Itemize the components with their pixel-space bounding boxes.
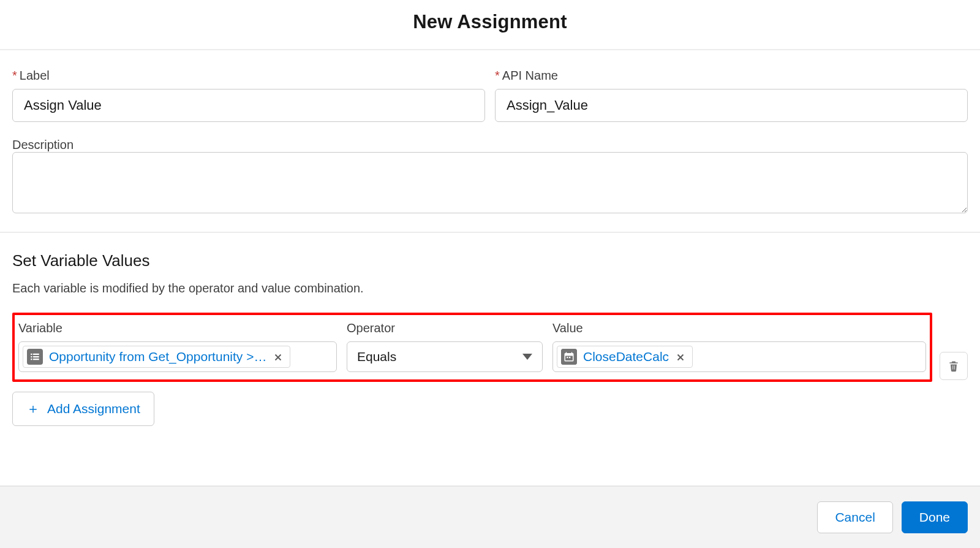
value-column-label: Value [552,321,926,335]
description-textarea[interactable] [12,152,968,213]
done-button[interactable]: Done [902,501,968,533]
api-name-field-label: *API Name [495,69,968,83]
operator-column-label: Operator [347,321,543,335]
variable-pill-remove-icon[interactable] [273,351,284,362]
svg-rect-1 [33,354,39,355]
assignment-grid: Variable Opportunity from Get_Opportunit… [18,321,926,372]
variable-column-label: Variable [18,321,337,335]
variable-picker[interactable]: Opportunity from Get_Opportunity >… [18,341,337,372]
variable-pill-text: Opportunity from Get_Opportunity >… [49,349,266,364]
operator-selected-value: Equals [357,349,396,364]
modal-footer: Cancel Done [0,485,980,548]
variable-column: Variable Opportunity from Get_Opportunit… [18,321,337,372]
chevron-down-icon [522,354,532,360]
api-name-text: API Name [502,69,558,82]
new-assignment-modal: New Assignment *Label *API Name Descript… [0,0,980,548]
list-icon [27,349,43,365]
api-name-field-container: *API Name [495,69,968,122]
modal-title: New Assignment [0,11,980,33]
label-text: Label [20,69,50,82]
label-input[interactable] [12,89,485,122]
value-column: Value CloseDateCalc [552,321,926,372]
variable-pill: Opportunity from Get_Opportunity >… [23,346,290,368]
modal-body: *Label *API Name Description Set Variabl… [0,50,980,485]
svg-rect-2 [31,356,32,357]
modal-header: New Assignment [0,0,980,50]
assignment-row-wrapper: Variable Opportunity from Get_Opportunit… [12,313,968,382]
api-name-input[interactable] [495,89,968,122]
name-row: *Label *API Name [12,69,968,122]
add-assignment-label: Add Assignment [47,401,140,416]
operator-select[interactable]: Equals [347,341,543,372]
section-divider [0,232,980,233]
trash-icon [948,360,960,372]
delete-assignment-button[interactable] [940,352,968,380]
svg-rect-4 [31,359,32,360]
svg-rect-0 [31,354,32,355]
operator-column: Operator Equals [347,321,543,372]
value-pill: CloseDateCalc [557,346,693,368]
value-pill-text: CloseDateCalc [583,349,669,364]
svg-rect-3 [33,356,39,357]
section-helper-text: Each variable is modified by the operato… [12,281,968,295]
cancel-button[interactable]: Cancel [817,501,892,533]
value-picker[interactable]: CloseDateCalc [552,341,926,372]
required-asterisk: * [12,69,17,82]
value-pill-remove-icon[interactable] [675,351,686,362]
description-field-container: Description [12,138,968,216]
label-field-label: *Label [12,69,485,83]
assignment-highlight-box: Variable Opportunity from Get_Opportunit… [12,313,932,382]
label-field-container: *Label [12,69,485,122]
plus-icon: ＋ [26,400,40,418]
required-asterisk: * [495,69,500,82]
set-variable-values-heading: Set Variable Values [12,251,968,270]
add-assignment-button[interactable]: ＋ Add Assignment [12,392,154,426]
svg-rect-5 [33,359,39,360]
description-label: Description [12,138,74,151]
